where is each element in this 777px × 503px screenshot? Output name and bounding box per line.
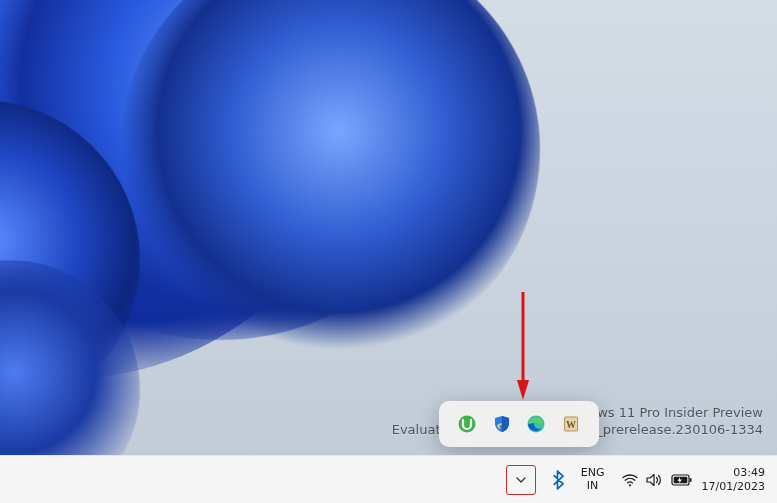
defender-icon[interactable] [489,411,515,437]
language-indicator[interactable]: ENG IN [576,467,610,492]
svg-point-6 [628,484,630,486]
chevron-down-icon [515,474,527,486]
wordweb-icon[interactable]: W [558,411,584,437]
quick-settings-button[interactable] [614,472,700,488]
svg-rect-9 [689,478,691,482]
language-region: IN [576,480,610,493]
clock-time: 03:49 [702,466,765,480]
utorrent-icon[interactable] [454,411,480,437]
volume-icon [646,472,663,488]
battery-icon [671,473,692,487]
system-tray: ENG IN 03:49 17/01/2023 [506,456,769,503]
bluetooth-icon [550,470,565,490]
clock[interactable]: 03:49 17/01/2023 [702,466,769,494]
tray-overflow-chevron[interactable] [506,465,536,495]
desktop-wallpaper[interactable]: Windows 11 Pro Insider Preview Evaluatio… [0,0,777,455]
tray-overflow-flyout[interactable]: W [439,401,599,447]
bluetooth-tray-icon[interactable] [544,466,572,494]
wifi-icon [622,472,638,488]
edge-icon[interactable] [523,411,549,437]
svg-text:W: W [566,419,576,430]
taskbar: ENG IN 03:49 17/01/2023 [0,455,777,503]
clock-date: 17/01/2023 [702,480,765,494]
bloom-wallpaper [0,0,777,455]
